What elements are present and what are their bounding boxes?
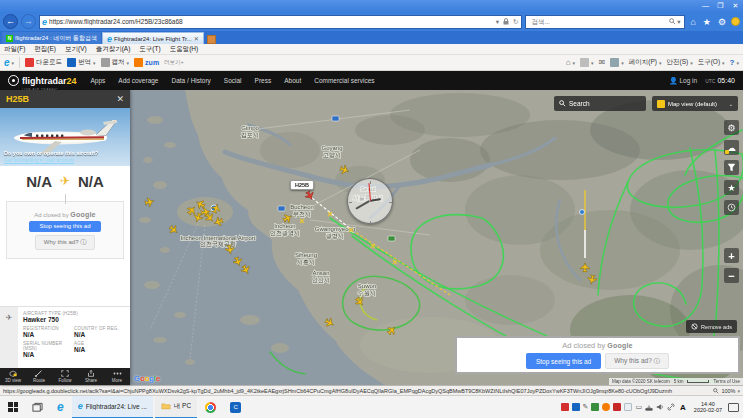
tray-app-icon[interactable] bbox=[613, 403, 621, 411]
url-field[interactable]: e https://www.flightradar24.com/H25B/23c… bbox=[39, 15, 522, 29]
search-icon[interactable] bbox=[669, 18, 676, 25]
tab-flightradar24[interactable]: e Flightradar24: Live Flight Tr... ✕ bbox=[102, 32, 204, 44]
read-mail-button[interactable]: ✉ bbox=[599, 58, 606, 67]
zoom-dropdown-icon[interactable]: ▾ bbox=[737, 388, 740, 394]
nav-data-history[interactable]: Data / History bbox=[171, 77, 210, 84]
home-page-button[interactable]: ⌂▾ bbox=[566, 58, 575, 67]
tray-app-icon[interactable] bbox=[624, 403, 632, 411]
menu-favorites[interactable]: 즐겨찾기(A) bbox=[96, 45, 131, 54]
ie-services-button[interactable]: e▾ bbox=[4, 57, 14, 68]
sidebar-close-icon[interactable]: ✕ bbox=[116, 94, 124, 104]
map-area[interactable]: Gimpo김포시Goyang고양시Seoul서울특별시Bucheon부천시Inc… bbox=[130, 90, 743, 385]
menu-help[interactable]: 도움말(H) bbox=[170, 45, 199, 54]
maximize-button[interactable]: ❐ bbox=[713, 1, 728, 11]
terms-of-use-link[interactable]: Terms of Use bbox=[713, 379, 740, 384]
tab-close-icon[interactable]: ✕ bbox=[194, 35, 199, 42]
close-button[interactable]: ✕ bbox=[728, 1, 743, 11]
menu-tools[interactable]: 도구(T) bbox=[139, 45, 160, 54]
map-filter-button[interactable] bbox=[724, 160, 739, 175]
link-icon[interactable] bbox=[667, 403, 675, 412]
map-playback-button[interactable] bbox=[724, 200, 739, 215]
nav-about[interactable]: About bbox=[284, 77, 301, 84]
network-icon[interactable] bbox=[645, 403, 653, 412]
safety-menu-button[interactable]: 안전(S)▾ bbox=[667, 58, 693, 67]
tray-display-icon[interactable]: ▭ bbox=[635, 403, 642, 411]
map-bookmarks-button[interactable]: ★ bbox=[724, 180, 739, 195]
3d-view-button[interactable]: 3D view bbox=[0, 368, 26, 385]
zum-button[interactable]: zum bbox=[134, 58, 159, 67]
share-button[interactable]: Share bbox=[78, 368, 104, 385]
nav-apps[interactable]: Apps bbox=[91, 77, 106, 84]
tools-menu-button[interactable]: 도구(O)▾ bbox=[698, 58, 725, 67]
location-pin[interactable] bbox=[580, 210, 585, 215]
nav-social[interactable]: Social bbox=[224, 77, 242, 84]
minimize-button[interactable]: — bbox=[698, 1, 713, 11]
fr24-logo[interactable]: flightradar24 LIVE AIR TRAFFIC bbox=[8, 70, 77, 92]
nav-press[interactable]: Press bbox=[255, 77, 272, 84]
follow-button[interactable]: Follow bbox=[52, 368, 78, 385]
speaker-icon[interactable] bbox=[656, 403, 664, 412]
why-this-ad-button[interactable]: Why this ad? ⓘ bbox=[35, 235, 95, 250]
nav-commercial[interactable]: Commercial services bbox=[314, 77, 374, 84]
map-view-dropdown[interactable]: Map view (default) ⌄ bbox=[652, 96, 738, 111]
refresh-icon[interactable]: ↻ bbox=[512, 18, 519, 26]
tray-app-icon[interactable] bbox=[561, 403, 569, 411]
map-settings-button[interactable]: ⚙ bbox=[724, 120, 739, 135]
taskbar-clock[interactable]: 14:40 2020-02-07 bbox=[691, 401, 725, 414]
tab-naver-search[interactable]: N flightradar24 : 네이버 통합검색 bbox=[2, 32, 101, 44]
menu-edit[interactable]: 편집(E) bbox=[34, 45, 56, 54]
tray-pen-icon[interactable]: ✎ bbox=[583, 403, 589, 411]
start-button[interactable] bbox=[2, 396, 24, 418]
more-button[interactable]: More bbox=[104, 368, 130, 385]
search-box[interactable]: ▾ bbox=[525, 15, 685, 29]
zoom-control[interactable]: 100% ▾ bbox=[707, 388, 740, 394]
nav-add-coverage[interactable]: Add coverage bbox=[118, 77, 158, 84]
taskbar-window-mypc[interactable]: 내 PC bbox=[155, 396, 197, 418]
capture-button[interactable]: 캡처▾ bbox=[101, 58, 130, 67]
action-center-icon[interactable] bbox=[728, 403, 739, 412]
search-dropdown-icon[interactable]: ▾ bbox=[676, 18, 681, 26]
stop-seeing-ad-button[interactable]: Stop seeing this ad bbox=[526, 353, 601, 369]
url-text[interactable]: https://www.flightradar24.com/H25B/23c86… bbox=[49, 18, 493, 25]
menu-view[interactable]: 보기(V) bbox=[65, 45, 87, 54]
home-icon[interactable]: ⌂ bbox=[688, 17, 697, 27]
desktop-clock-widget[interactable] bbox=[347, 178, 393, 224]
search-input[interactable] bbox=[529, 17, 669, 26]
tray-app-icon[interactable] bbox=[572, 403, 580, 411]
remove-ads-button[interactable]: Remove ads bbox=[686, 320, 737, 333]
more-addons-button[interactable]: 더보기+ bbox=[164, 59, 184, 66]
ime-language-indicator[interactable]: A bbox=[678, 403, 688, 412]
menu-file[interactable]: 파일(F) bbox=[4, 45, 25, 54]
feeds-button[interactable]: ▾ bbox=[580, 58, 594, 67]
help-button[interactable]: ?▾ bbox=[730, 58, 739, 67]
favorites-star-icon[interactable]: ★ bbox=[701, 17, 713, 27]
map-search-button[interactable]: Search bbox=[554, 96, 646, 111]
taskbar-window-flightradar[interactable]: e Flightradar24: Live ... bbox=[72, 396, 153, 418]
feedback-smiley-icon[interactable] bbox=[731, 17, 740, 26]
route-button[interactable]: Route bbox=[26, 368, 52, 385]
download-button[interactable]: 다운로드 bbox=[25, 58, 62, 67]
settings-gear-icon[interactable]: ⚙ bbox=[716, 17, 728, 27]
new-tab-button[interactable] bbox=[207, 35, 216, 44]
zoom-in-button[interactable]: + bbox=[724, 248, 739, 263]
full-tracking-link[interactable]: Get full tracking in your account bbox=[4, 157, 74, 163]
why-this-ad-button[interactable]: Why this ad? ⓘ bbox=[605, 353, 669, 369]
selected-flight-label[interactable]: H25B bbox=[290, 180, 314, 190]
login-button[interactable]: 👤 Log in bbox=[669, 77, 697, 85]
taskbar-app[interactable]: C bbox=[224, 396, 247, 418]
map-weather-button[interactable]: ☁ bbox=[724, 140, 739, 155]
taskbar-ie-pinned[interactable]: e bbox=[51, 396, 70, 418]
tray-app-icon[interactable] bbox=[602, 403, 610, 411]
print-button[interactable]: ▾ bbox=[610, 58, 624, 67]
translate-button[interactable]: 번역▾ bbox=[67, 58, 96, 67]
back-button[interactable]: ← bbox=[3, 14, 18, 29]
zoom-out-button[interactable]: − bbox=[724, 268, 739, 283]
stop-seeing-ad-button[interactable]: Stop seeing this ad bbox=[29, 221, 100, 232]
task-view-button[interactable] bbox=[26, 396, 49, 418]
page-menu-button[interactable]: 페이지(P)▾ bbox=[629, 58, 662, 67]
taskbar-chrome[interactable] bbox=[199, 396, 222, 418]
forward-button[interactable]: → bbox=[21, 14, 36, 29]
aircraft-photo[interactable]: Do you own or operate this aircraft? Get… bbox=[0, 108, 130, 166]
url-dropdown-icon[interactable]: ▾ bbox=[495, 18, 500, 26]
tray-app-icon[interactable] bbox=[591, 403, 599, 411]
